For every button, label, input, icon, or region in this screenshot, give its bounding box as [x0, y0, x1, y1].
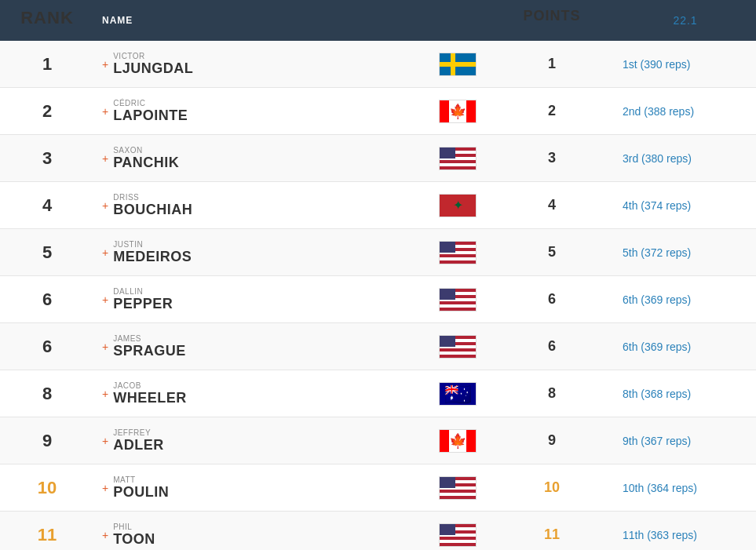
event-cell: 9th (367 reps)	[615, 428, 756, 453]
table-row: 10 + MATT POULIN 10 10th (364 reps)	[0, 464, 756, 512]
first-name: JUSTIN	[113, 240, 192, 249]
plus-icon[interactable]: +	[102, 105, 108, 118]
name-block: DALLIN PEPPER	[113, 287, 173, 312]
flag-cell	[426, 476, 489, 500]
last-name: LJUNGDAL	[113, 60, 193, 77]
last-name: BOUCHIAH	[113, 202, 192, 218]
name-cell: + JUSTIN MEDEIROS	[94, 234, 426, 271]
event-cell: 1st (390 reps)	[615, 52, 756, 77]
plus-icon[interactable]: +	[102, 435, 108, 447]
last-name: TOON	[113, 531, 155, 548]
table-row: 11 + PHIL TOON 11 11th (363 reps)	[0, 512, 756, 550]
flag-cell: 🍁	[426, 100, 489, 123]
last-name: LAPOINTE	[113, 107, 188, 124]
event-cell: 2nd (388 reps)	[615, 99, 756, 124]
last-name: SPRAGUE	[113, 343, 186, 359]
rank-cell: 4	[0, 195, 94, 216]
event-cell: 8th (368 reps)	[615, 381, 756, 406]
first-name: DRISS	[113, 193, 192, 202]
first-name: VICTOR	[113, 52, 193, 60]
plus-icon[interactable]: +	[102, 199, 108, 212]
rank-cell: 10	[0, 478, 94, 498]
name-cell: + SAXON PANCHIK	[94, 140, 426, 177]
name-cell: + PHIL TOON	[94, 516, 426, 551]
name-block: JUSTIN MEDEIROS	[113, 240, 192, 265]
plus-icon[interactable]: +	[102, 529, 108, 541]
name-cell: + VICTOR LJUNGDAL	[94, 46, 426, 83]
name-cell: + MATT POULIN	[94, 469, 426, 507]
leaderboard-table: RANK NAME POINTS 22.1 1 + VICTOR LJUNGDA…	[0, 0, 756, 550]
header-rank: RANK	[0, 8, 94, 33]
flag-cell	[426, 523, 489, 547]
plus-icon[interactable]: +	[102, 293, 108, 306]
name-block: MATT POULIN	[113, 475, 169, 501]
rank-cell: 6	[0, 290, 94, 310]
plus-icon[interactable]: +	[102, 152, 108, 165]
event-cell: 10th (364 reps)	[615, 475, 756, 501]
name-cell: + JEFFREY ADLER	[94, 422, 426, 460]
flag-cell	[426, 288, 489, 311]
table-row: 9 + JEFFREY ADLER 🍁 9 9th (367 reps)	[0, 417, 756, 464]
flag-cell: ✦	[426, 194, 489, 217]
flag-cell	[426, 382, 489, 406]
plus-icon[interactable]: +	[102, 246, 108, 259]
table-row: 4 + DRISS BOUCHIAH ✦ 4 4th (374 reps)	[0, 182, 756, 229]
rank-cell: 8	[0, 384, 94, 404]
plus-icon[interactable]: +	[102, 482, 108, 494]
first-name: JACOB	[113, 381, 187, 390]
rank-cell: 5	[0, 242, 94, 263]
name-cell: + JACOB WHEELER	[94, 375, 426, 413]
table-row: 2 + CÉDRIC LAPOINTE 🍁 2 2nd (388 reps)	[0, 88, 756, 135]
last-name: MEDEIROS	[113, 249, 192, 265]
name-cell: + CÉDRIC LAPOINTE	[94, 93, 426, 130]
plus-icon[interactable]: +	[102, 341, 108, 353]
first-name: SAXON	[113, 146, 179, 155]
last-name: PEPPER	[113, 296, 173, 312]
name-block: SAXON PANCHIK	[113, 146, 179, 171]
name-block: DRISS BOUCHIAH	[113, 193, 192, 218]
name-block: JACOB WHEELER	[113, 381, 187, 406]
first-name: MATT	[113, 475, 169, 484]
table-row: 6 + JAMES SPRAGUE 6 6th (369 reps)	[0, 323, 756, 370]
table-header: RANK NAME POINTS 22.1	[0, 0, 756, 41]
table-body: 1 + VICTOR LJUNGDAL 1 1st (390 reps) 2 +…	[0, 41, 756, 550]
table-row: 6 + DALLIN PEPPER 6 6th (369 reps)	[0, 276, 756, 323]
rank-cell: 1	[0, 54, 94, 75]
header-points: POINTS	[489, 8, 615, 33]
rank-cell: 11	[0, 525, 94, 545]
name-cell: + DRISS BOUCHIAH	[94, 187, 426, 224]
first-name: JAMES	[113, 334, 186, 343]
points-cell: 8	[489, 385, 615, 402]
first-name: CÉDRIC	[113, 99, 188, 107]
plus-icon[interactable]: +	[102, 58, 108, 71]
event-cell: 3rd (380 reps)	[615, 146, 756, 171]
points-cell: 1	[489, 56, 615, 72]
table-row: 5 + JUSTIN MEDEIROS 5 5th (372 reps)	[0, 229, 756, 276]
name-cell: + DALLIN PEPPER	[94, 281, 426, 319]
event-cell: 5th (372 reps)	[615, 240, 756, 265]
header-event: 22.1	[615, 8, 756, 33]
points-cell: 2	[489, 103, 615, 119]
plus-icon[interactable]: +	[102, 388, 108, 400]
rank-cell: 3	[0, 148, 94, 169]
points-cell: 9	[489, 432, 615, 449]
name-block: PHIL TOON	[113, 523, 155, 548]
last-name: ADLER	[113, 437, 164, 453]
points-cell: 5	[489, 244, 615, 260]
points-cell: 4	[489, 197, 615, 213]
flag-cell	[426, 241, 489, 264]
flag-cell	[426, 147, 489, 170]
flag-cell	[426, 335, 489, 359]
name-block: JEFFREY ADLER	[113, 428, 164, 453]
event-cell: 11th (363 reps)	[615, 523, 756, 548]
header-flag	[426, 8, 489, 33]
table-row: 8 + JACOB WHEELER 8 8th (368 reps)	[0, 370, 756, 417]
event-cell: 4th (374 reps)	[615, 193, 756, 218]
last-name: WHEELER	[113, 390, 187, 406]
points-cell: 3	[489, 150, 615, 166]
last-name: PANCHIK	[113, 155, 179, 171]
first-name: JEFFREY	[113, 428, 164, 437]
name-block: JAMES SPRAGUE	[113, 334, 186, 359]
first-name: PHIL	[113, 523, 155, 531]
event-cell: 6th (369 reps)	[615, 334, 756, 359]
